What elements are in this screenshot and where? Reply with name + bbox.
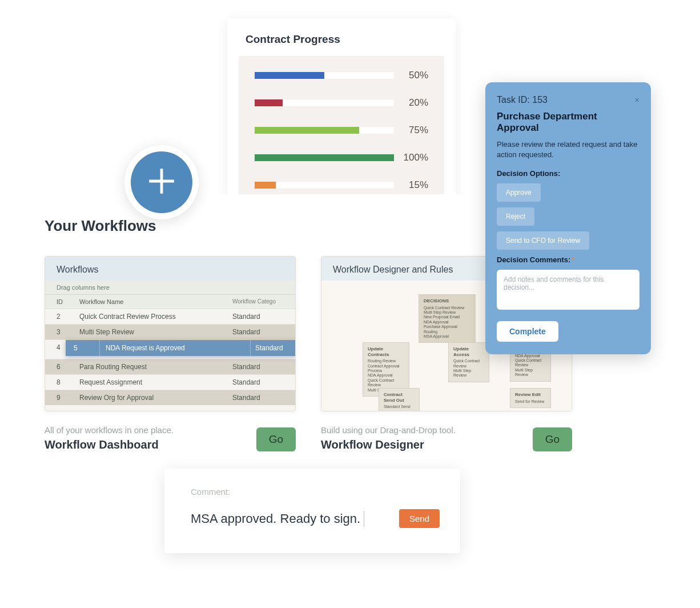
decision-options: ApproveRejectSend to CFO for Review xyxy=(497,183,639,255)
cell-cat: Standard xyxy=(232,325,295,339)
designer-footer: Build using our Drag-and-Drop tool. Work… xyxy=(321,425,572,451)
send-button[interactable]: Send xyxy=(399,509,440,528)
cell-name: Multi Step Review xyxy=(79,325,232,339)
cell-name: Request Assignment xyxy=(79,375,232,390)
task-approval-card: Task ID: 153 × Purchase Department Appro… xyxy=(485,82,651,354)
decision-option-button[interactable]: Approve xyxy=(497,183,541,202)
cell-id: 9 xyxy=(45,390,79,405)
designer-decisions-node[interactable]: DECISIONS Quick Contract ReviewMulti Ste… xyxy=(419,294,476,343)
progress-bar-fill xyxy=(255,154,394,161)
cell-id: 2 xyxy=(45,309,79,324)
comment-card: Comment: MSA approved. Ready to sign. Se… xyxy=(164,469,460,553)
add-workflow-button[interactable] xyxy=(131,151,192,213)
table-row[interactable]: 3Multi Step ReviewStandard xyxy=(45,324,295,339)
progress-bar-track xyxy=(255,99,394,106)
section-title: Your Workflows xyxy=(45,217,156,235)
decision-options-label: Decision Options: xyxy=(497,169,639,178)
cell-cat: Standard xyxy=(232,359,295,374)
decisions-lines: Quick Contract ReviewMulti Step ReviewNe… xyxy=(424,306,470,339)
decisions-title: DECISIONS xyxy=(424,298,470,304)
col-name[interactable]: Workflow Name xyxy=(79,295,232,309)
progress-pct: 20% xyxy=(394,97,428,109)
workflows-label: Workflow Dashboard xyxy=(45,438,174,451)
dragged-name: NDA Request is Approved xyxy=(100,340,251,356)
workflows-hint: All of your workflows in one place. xyxy=(45,425,174,435)
designer-node[interactable]: Update AccessQuick Contract ReviewMulti … xyxy=(448,342,489,382)
complete-button[interactable]: Complete xyxy=(497,321,558,342)
table-row[interactable]: 6Para Routing RequestStandard xyxy=(45,359,295,374)
cell-cat: Standard xyxy=(232,309,295,324)
contract-progress-card: Contract Progress 50%20%75%100%15% xyxy=(227,18,456,199)
add-workflow-button-wrap xyxy=(124,145,199,219)
cell-id: 8 xyxy=(45,375,79,390)
designer-go-button[interactable]: Go xyxy=(533,427,572,451)
progress-row: 50% xyxy=(255,70,428,81)
decision-comments-label: Decision Comments:* xyxy=(497,255,639,264)
decision-comments-input[interactable] xyxy=(497,270,639,310)
progress-row: 100% xyxy=(255,152,428,163)
progress-bar-fill xyxy=(255,127,359,134)
progress-bar-fill xyxy=(255,99,283,106)
task-id: Task ID: 153 xyxy=(497,95,548,105)
table-row[interactable]: 8Request AssignmentStandard xyxy=(45,374,295,390)
drag-columns-hint: Drag columns here xyxy=(45,281,295,294)
comment-input[interactable]: MSA approved. Ready to sign. xyxy=(191,511,364,526)
dragged-id: 5 xyxy=(66,340,100,356)
progress-row: 20% xyxy=(255,97,428,109)
workflows-panel-title: Workflows xyxy=(45,257,295,281)
decision-option-button[interactable]: Send to CFO for Review xyxy=(497,231,589,250)
cell-name: Quick Contract Review Process xyxy=(79,309,232,324)
contract-progress-title: Contract Progress xyxy=(227,33,456,56)
progress-bar-fill xyxy=(255,72,324,79)
progress-pct: 50% xyxy=(394,70,428,81)
col-id[interactable]: ID xyxy=(45,295,79,309)
plus-icon xyxy=(145,165,178,200)
designer-node[interactable]: Review EditSend for Review xyxy=(510,388,551,408)
progress-bar-track xyxy=(255,72,394,79)
designer-label: Workflow Designer xyxy=(321,438,456,451)
workflows-rows: 2Quick Contract Review ProcessStandard3M… xyxy=(45,309,295,405)
cell-cat: Standard xyxy=(232,375,295,390)
progress-bar-track xyxy=(255,154,394,161)
progress-row: 75% xyxy=(255,125,428,136)
progress-bar-track xyxy=(255,127,394,134)
cell-id: 3 xyxy=(45,325,79,339)
progress-pct: 75% xyxy=(394,125,428,136)
workflows-go-button[interactable]: Go xyxy=(256,427,296,451)
progress-pct: 15% xyxy=(394,179,428,191)
table-row[interactable]: 2Quick Contract Review ProcessStandard xyxy=(45,309,295,324)
required-icon: * xyxy=(572,256,574,264)
dragged-cat: Standard xyxy=(251,340,296,356)
cell-name: Review Org for Approval xyxy=(79,390,232,405)
cell-cat: Standard xyxy=(232,390,295,405)
designer-node[interactable]: Contract Send OutStandard Send xyxy=(379,388,420,411)
col-category[interactable]: Workflow Catego xyxy=(232,295,295,309)
progress-bar-fill xyxy=(255,182,276,189)
comment-label: Comment: xyxy=(191,487,440,497)
task-title: Purchase Department Approval xyxy=(497,111,639,134)
cell-id: 6 xyxy=(45,359,79,374)
designer-hint: Build using our Drag-and-Drop tool. xyxy=(321,425,456,435)
workflows-table-head: ID Workflow Name Workflow Catego xyxy=(45,294,295,309)
progress-pct: 100% xyxy=(394,152,428,163)
workflows-panel: Workflows Drag columns here ID Workflow … xyxy=(45,256,296,411)
table-row[interactable]: 9Review Org for ApprovalStandard xyxy=(45,390,295,405)
workflows-dragged-row[interactable]: 5 NDA Request is Approved Standard xyxy=(66,340,296,356)
workflows-footer: All of your workflows in one place. Work… xyxy=(45,425,296,451)
decision-comments-text: Decision Comments: xyxy=(497,255,570,264)
progress-bar-track xyxy=(255,182,394,189)
progress-row: 15% xyxy=(255,179,428,191)
cell-name: Para Routing Request xyxy=(79,359,232,374)
close-icon[interactable]: × xyxy=(635,95,639,105)
workflows-card: Workflows Drag columns here ID Workflow … xyxy=(45,256,296,451)
progress-body: 50%20%75%100%15% xyxy=(239,56,444,199)
decision-option-button[interactable]: Reject xyxy=(497,207,534,226)
task-description: Please review the related request and ta… xyxy=(497,139,639,160)
